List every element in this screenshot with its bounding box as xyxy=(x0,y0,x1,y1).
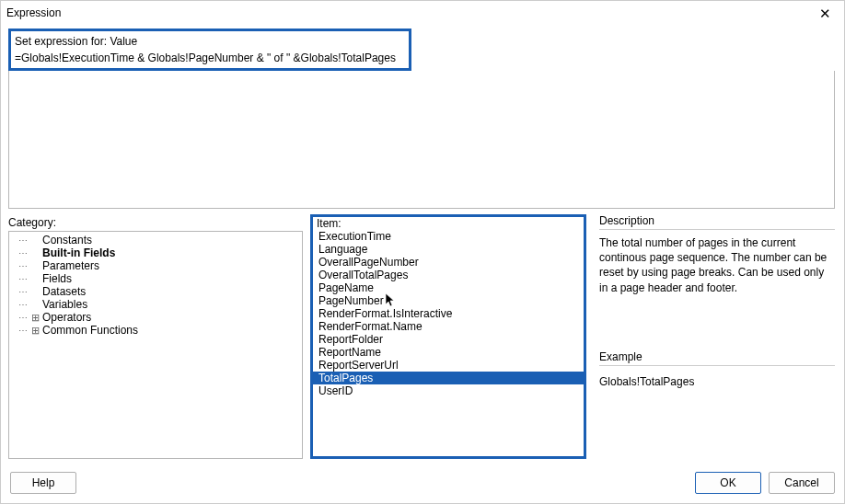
expression-textarea[interactable] xyxy=(8,71,835,209)
list-item-label: PageName xyxy=(318,281,374,294)
category-column: Category: ⋯Constants⋯Built-in Fields⋯Par… xyxy=(8,214,303,459)
category-item-label: Fields xyxy=(41,272,72,285)
list-item[interactable]: ReportServerUrl xyxy=(313,359,584,372)
list-item[interactable]: PageNumber xyxy=(313,294,584,307)
middle-panels: Category: ⋯Constants⋯Built-in Fields⋯Par… xyxy=(8,214,835,459)
dialog-content: Set expression for: Value Category: ⋯Con… xyxy=(1,25,844,466)
category-item-label: Parameters xyxy=(41,259,99,272)
close-icon[interactable]: ✕ xyxy=(814,5,837,22)
category-label: Category: xyxy=(8,214,303,231)
item-label: Item: xyxy=(313,217,584,230)
description-text: The total number of pages in the current… xyxy=(599,235,835,295)
list-item-label: TotalPages xyxy=(318,372,373,384)
expand-icon[interactable]: ⊞ xyxy=(29,312,41,324)
list-item[interactable]: Language xyxy=(313,243,584,256)
list-item[interactable]: ReportFolder xyxy=(313,333,584,346)
tree-connector-icon: ⋯ xyxy=(13,287,29,297)
expand-icon[interactable]: ⊞ xyxy=(29,325,41,337)
list-item-label: UserID xyxy=(318,384,353,397)
cancel-button[interactable]: Cancel xyxy=(769,472,835,494)
example-text: Globals!TotalPages xyxy=(599,372,835,392)
tree-connector-icon: ⋯ xyxy=(13,261,29,271)
category-item-label: Common Functions xyxy=(41,324,138,337)
list-item-label: ReportName xyxy=(318,346,381,359)
category-item-label: Variables xyxy=(41,298,87,311)
list-item[interactable]: ReportName xyxy=(313,346,584,359)
category-item[interactable]: ⋯Variables xyxy=(9,298,302,311)
cursor-icon xyxy=(385,292,398,309)
ok-button[interactable]: OK xyxy=(695,472,761,494)
category-item-label: Built-in Fields xyxy=(41,246,115,259)
list-item-label: RenderFormat.Name xyxy=(318,320,422,333)
category-item[interactable]: ⋯Fields xyxy=(9,272,302,285)
list-item[interactable]: UserID xyxy=(313,384,584,397)
list-item[interactable]: TotalPages xyxy=(313,372,584,384)
item-list[interactable]: ExecutionTimeLanguageOverallPageNumberOv… xyxy=(313,230,584,456)
expression-dialog: Expression ✕ Set expression for: Value C… xyxy=(0,0,845,504)
dialog-footer: Help OK Cancel xyxy=(1,466,844,503)
list-item-label: OverallTotalPages xyxy=(318,269,408,281)
category-item-label: Operators xyxy=(41,311,91,324)
list-item[interactable]: OverallTotalPages xyxy=(313,269,584,281)
category-item-label: Datasets xyxy=(41,285,86,298)
expression-label: Set expression for: Value xyxy=(15,33,405,52)
list-item-label: ReportServerUrl xyxy=(318,359,399,372)
tree-connector-icon: ⋯ xyxy=(13,235,29,246)
category-tree[interactable]: ⋯Constants⋯Built-in Fields⋯Parameters⋯Fi… xyxy=(8,231,303,459)
tree-connector-icon: ⋯ xyxy=(13,300,29,310)
tree-connector-icon: ⋯ xyxy=(13,274,29,284)
category-item[interactable]: ⋯Constants xyxy=(9,234,302,246)
list-item-label: Language xyxy=(318,243,367,256)
item-highlight-box: Item: ExecutionTimeLanguageOverallPageNu… xyxy=(310,214,586,459)
list-item-label: RenderFormat.IsInteractive xyxy=(318,307,452,320)
list-item-label: PageNumber xyxy=(318,294,384,307)
category-item-label: Constants xyxy=(41,234,92,246)
titlebar: Expression ✕ xyxy=(1,1,844,25)
list-item-label: ReportFolder xyxy=(318,333,383,346)
category-item[interactable]: ⋯⊞Common Functions xyxy=(9,324,302,337)
category-item[interactable]: ⋯⊞Operators xyxy=(9,311,302,324)
description-group: The total number of pages in the current… xyxy=(599,229,835,295)
item-column: Item: ExecutionTimeLanguageOverallPageNu… xyxy=(310,214,586,459)
expression-input[interactable] xyxy=(15,52,405,64)
tree-connector-icon: ⋯ xyxy=(13,248,29,258)
example-group-label: Example xyxy=(599,350,835,363)
list-item[interactable]: PageName xyxy=(313,281,584,294)
detail-column: Description The total number of pages in… xyxy=(594,214,835,459)
expression-highlight-box: Set expression for: Value xyxy=(8,29,411,71)
category-item[interactable]: ⋯Parameters xyxy=(9,259,302,272)
category-item[interactable]: ⋯Built-in Fields xyxy=(9,246,302,259)
tree-connector-icon: ⋯ xyxy=(13,313,29,323)
list-item[interactable]: ExecutionTime xyxy=(313,230,584,243)
category-item[interactable]: ⋯Datasets xyxy=(9,285,302,298)
dialog-title: Expression xyxy=(6,6,61,19)
list-item[interactable]: OverallPageNumber xyxy=(313,256,584,269)
list-item-label: OverallPageNumber xyxy=(318,256,419,269)
help-button[interactable]: Help xyxy=(10,472,76,494)
list-item[interactable]: RenderFormat.Name xyxy=(313,320,584,333)
description-group-label: Description xyxy=(599,214,835,227)
tree-connector-icon: ⋯ xyxy=(13,326,29,336)
list-item[interactable]: RenderFormat.IsInteractive xyxy=(313,307,584,320)
example-group: Globals!TotalPages xyxy=(599,365,835,392)
list-item-label: ExecutionTime xyxy=(318,230,391,243)
